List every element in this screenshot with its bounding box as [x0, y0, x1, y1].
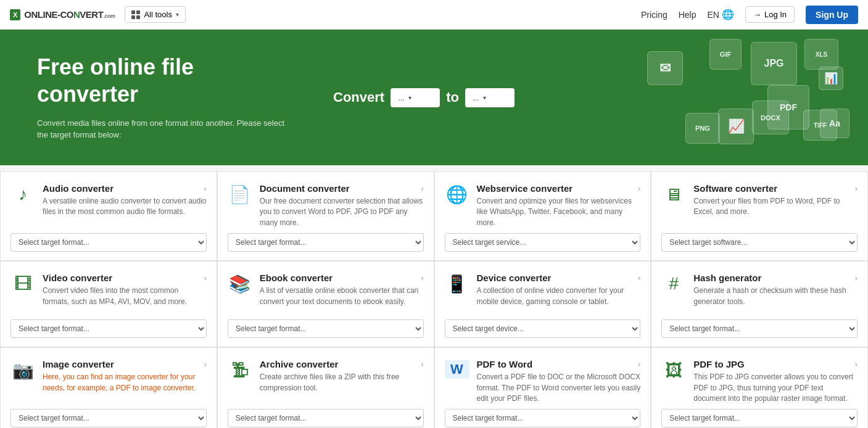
card-title: Document converter [260, 183, 350, 194]
card-arrow-icon: › [421, 273, 423, 282]
card-video: 🎞 Video converter › Convert video files … [0, 261, 217, 347]
webservice-icon: 🌐 [445, 184, 469, 205]
file-icons: ✉ GIF JPG XLS 📊 PDF PNG 📈 DOCX TIFF Aa [609, 36, 843, 159]
card-desc: A collection of online video converter f… [477, 286, 641, 307]
card-title-row: Ebook converter › [260, 273, 424, 283]
font-icon: Aa [820, 109, 849, 138]
card-header: PDF to Word › Convert a PDF file to DOC … [477, 359, 641, 404]
hash-icon: # [661, 274, 686, 294]
logo-icon: X [10, 9, 20, 20]
card-top: 🎞 Video converter › Convert video files … [10, 273, 207, 307]
card-ebook: 📚 Ebook converter › A list of versatile … [217, 261, 434, 347]
all-tools-button[interactable]: All tools ▾ [125, 6, 186, 23]
card-header: Device converter › A collection of onlin… [477, 273, 641, 307]
card-document: 📄 Document converter › Our free document… [217, 171, 434, 261]
login-button[interactable]: → Log In [745, 6, 795, 23]
card-title: Archive converter [260, 359, 339, 369]
document-select[interactable]: Select target format... PDFDOCDOCXTXT [228, 233, 424, 252]
convert-from-select[interactable]: ... ▾ [391, 88, 440, 107]
help-link[interactable]: Help [679, 10, 696, 20]
login-label: Log In [764, 10, 787, 19]
card-top: 📄 Document converter › Our free document… [228, 183, 424, 228]
card-title-row: PDF to JPG › [693, 359, 858, 369]
card-desc: Convert a PDF file to DOC or the Microso… [477, 372, 641, 404]
hero-title: Free online file converter [37, 54, 296, 107]
from-placeholder: ... [398, 93, 405, 102]
globe-icon: 🌐 [722, 9, 734, 20]
software-icon: 🖥 [661, 184, 686, 205]
card-header: Document converter › Our free document c… [260, 183, 424, 228]
pricing-link[interactable]: Pricing [641, 10, 668, 20]
card-header: Ebook converter › A list of versatile on… [260, 273, 424, 307]
xls-icon: XLS [804, 39, 838, 70]
header: X ONLINE-CONVERT.com All tools ▾ Pricing… [0, 0, 868, 30]
card-arrow-icon: › [855, 360, 858, 369]
webservice-select[interactable]: Select target service... WhatsAppTwitter… [445, 233, 641, 252]
lang-label: EN [708, 10, 719, 20]
card-header: Webservice converter › Convert and optim… [477, 183, 641, 228]
archive-select[interactable]: Select target format... ZIPRAR7ZTAR [228, 409, 424, 427]
card-desc: Create archive files like a ZIP with thi… [260, 372, 424, 393]
card-title-row: Video converter › [43, 273, 207, 283]
signup-button[interactable]: Sign Up [806, 6, 858, 24]
card-hash: # Hash generator › Generate a hash or ch… [651, 261, 868, 347]
card-arrow-icon: › [204, 273, 206, 282]
card-desc: A versatile online audio converter to co… [43, 196, 207, 218]
gif-icon: GIF [709, 39, 742, 70]
pdf-to-jpg-select[interactable]: Select target format... JPGPNG [661, 409, 858, 427]
card-desc: Our free document converter selection th… [260, 196, 424, 228]
card-top: 📱 Device converter › A collection of onl… [445, 273, 641, 307]
pdf-to-jpg-icon: 🖼 [661, 360, 686, 381]
card-header: Hash generator › Generate a hash or chec… [693, 273, 858, 307]
device-select[interactable]: Select target device... iPhoneAndroidiPa… [445, 319, 641, 338]
video-select[interactable]: Select target format... MP4AVIMOVMKV [10, 319, 207, 338]
card-top: 🗜 Archive converter › Create archive fil… [228, 359, 424, 393]
logo-area: X ONLINE-CONVERT.com [10, 9, 115, 20]
card-top: 🌐 Webservice converter › Convert and opt… [445, 183, 641, 228]
to-label: to [446, 89, 459, 105]
card-header: Software converter › Convert your files … [693, 183, 858, 218]
card-header: PDF to JPG › This PDF to JPG converter a… [693, 359, 858, 404]
logo-text: ONLINE-CONVERT.com [24, 9, 115, 20]
card-image: 📷 Image converter › Here, you can find a… [0, 347, 217, 428]
card-title-row: Software converter › [693, 183, 858, 194]
card-archive: 🗜 Archive converter › Create archive fil… [217, 347, 434, 428]
login-arrow-icon: → [753, 10, 761, 19]
card-header: Audio converter › A versatile online aud… [43, 183, 207, 218]
card-pdf-to-word: W PDF to Word › Convert a PDF file to DO… [434, 347, 651, 428]
card-title-row: Webservice converter › [477, 183, 641, 194]
pdf-to-word-select[interactable]: Select target format... DOCDOCX [445, 409, 641, 427]
card-header: Image converter › Here, you can find an … [43, 359, 207, 393]
png-icon: PNG [685, 113, 720, 144]
card-title: Hash generator [693, 273, 761, 283]
card-top: ♪ Audio converter › A versatile online a… [10, 183, 207, 218]
audio-select[interactable]: Select target format... MP3WAVOGGFLACAAC [10, 233, 207, 252]
hash-select[interactable]: Select target format... MD5SHA1SHA256 [661, 319, 858, 338]
chevron-down-icon: ▾ [176, 11, 179, 18]
image-select[interactable]: Select target format... JPGPNGGIFBMPWEBP [10, 409, 207, 427]
card-title-row: Archive converter › [260, 359, 424, 369]
pdf-to-word-icon: W [445, 360, 469, 379]
ebook-select[interactable]: Select target format... EPUBMOBIPDF [228, 319, 424, 338]
card-arrow-icon: › [204, 360, 206, 369]
card-arrow-icon: › [638, 184, 640, 193]
card-title: Device converter [477, 273, 552, 283]
card-desc: A list of versatile online ebook convert… [260, 286, 424, 307]
card-software: 🖥 Software converter › Convert your file… [651, 171, 868, 261]
card-title-row: Audio converter › [43, 183, 207, 194]
card-header: Archive converter › Create archive files… [260, 359, 424, 393]
card-desc: Convert video files into the most common… [43, 286, 207, 307]
card-title-row: Device converter › [477, 273, 641, 283]
converter-grid: ♪ Audio converter › A versatile online a… [0, 171, 868, 428]
card-header: Video converter › Convert video files in… [43, 273, 207, 307]
hero-converter: Convert ... ▾ to ... ▾ [333, 88, 515, 107]
software-select[interactable]: Select target software... WordExcel [661, 233, 858, 252]
language-selector[interactable]: EN 🌐 [708, 9, 734, 20]
card-arrow-icon: › [638, 360, 640, 369]
card-arrow-icon: › [855, 273, 858, 282]
docx-icon: DOCX [752, 101, 789, 134]
card-arrow-icon: › [421, 184, 423, 193]
header-nav: Pricing Help EN 🌐 → Log In Sign Up [641, 6, 858, 24]
ebook-icon: 📚 [228, 274, 252, 294]
convert-to-select[interactable]: ... ▾ [465, 88, 515, 107]
